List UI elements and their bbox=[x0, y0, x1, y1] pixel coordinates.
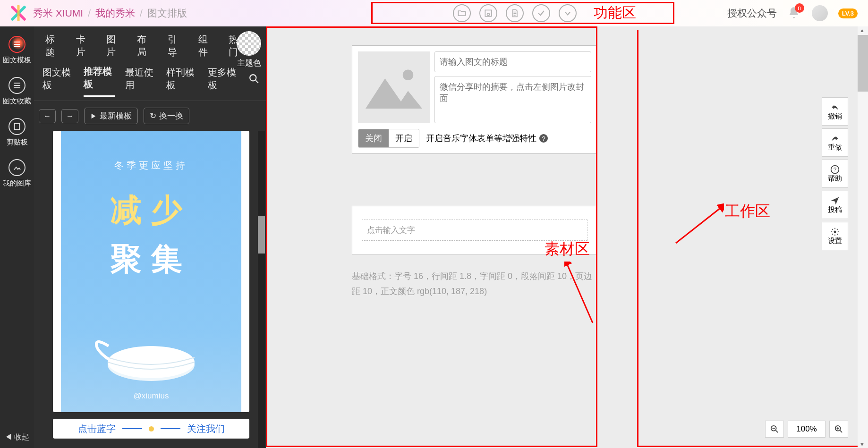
shuffle-button[interactable]: ↻换一换 bbox=[144, 108, 189, 124]
title-input[interactable] bbox=[434, 51, 591, 72]
theme-swatch-icon bbox=[237, 31, 261, 56]
tab-title[interactable]: 标题 bbox=[45, 33, 59, 59]
rail-item-templates[interactable]: 图文模板 bbox=[3, 36, 31, 65]
rail-item-clipboard[interactable]: 剪贴板 bbox=[7, 118, 28, 147]
panel-scrollbar[interactable] bbox=[258, 131, 265, 448]
dot-icon bbox=[149, 426, 154, 431]
svg-point-3 bbox=[250, 75, 256, 81]
tab-image[interactable]: 图片 bbox=[106, 33, 120, 59]
article-header-card: 关闭 开启 开启音乐字体表单等增强特性 ? bbox=[352, 45, 597, 154]
divider-line-icon bbox=[161, 428, 180, 429]
rail-item-label: 剪贴板 bbox=[7, 138, 28, 147]
right-float-toolbar: 撤销 重做 ? 帮助 投稿 设置 bbox=[822, 97, 848, 250]
settings-button[interactable]: 设置 bbox=[822, 222, 848, 250]
cover-image-button[interactable] bbox=[358, 51, 430, 123]
annotation-material-label: 素材区 bbox=[545, 239, 590, 260]
rail-item-label: 我的图库 bbox=[3, 179, 31, 188]
app-logo-icon bbox=[10, 5, 26, 21]
tab-guide[interactable]: 引导 bbox=[168, 33, 181, 59]
auth-account-button[interactable]: 授权公众号 bbox=[727, 7, 777, 20]
template-card[interactable]: 冬季更应坚持 减少 聚集 @xiumius bbox=[53, 131, 249, 412]
svg-rect-2 bbox=[15, 124, 20, 129]
base-format-label: 基础格式：字号 16，行间距 1.8，字间距 0，段落间距 10，页边距 10，… bbox=[352, 269, 597, 299]
divider-line-icon bbox=[122, 428, 142, 429]
zoom-controls: 100% bbox=[765, 421, 848, 438]
annotation-workarea-label: 工作区 bbox=[725, 201, 770, 222]
category-tabs: 标题 卡片 图片 布局 引导 组件 热门 bbox=[34, 26, 266, 59]
poster-line2: 聚集 bbox=[111, 238, 192, 280]
notification-bell[interactable]: n bbox=[787, 6, 801, 20]
svg-point-7 bbox=[403, 70, 414, 81]
main-area: 图文模板 图文收藏 剪贴板 我的图库 ◀ 收起 标题 卡片 bbox=[0, 26, 868, 448]
redo-button[interactable]: 重做 bbox=[822, 128, 848, 157]
subtab-more[interactable]: 更多模板 bbox=[208, 66, 238, 96]
template-card-follow[interactable]: 点击蓝字 关注我们 bbox=[53, 419, 249, 439]
enhance-toggle: 关闭 开启 bbox=[358, 129, 419, 148]
left-rail: 图文模板 图文收藏 剪贴板 我的图库 ◀ 收起 bbox=[0, 26, 34, 448]
header-right: 授权公众号 n LV.3 bbox=[727, 5, 858, 21]
svg-point-1 bbox=[487, 13, 490, 16]
submit-button[interactable]: 投稿 bbox=[822, 191, 848, 219]
breadcrumb-current: 图文排版 bbox=[147, 7, 187, 20]
collapse-rail-button[interactable]: ◀ 收起 bbox=[5, 432, 29, 442]
tpl2-right-text: 关注我们 bbox=[187, 423, 225, 435]
clipboard-icon bbox=[9, 118, 26, 135]
help-button[interactable]: ? 帮助 bbox=[822, 160, 848, 188]
tab-component[interactable]: 组件 bbox=[198, 33, 212, 59]
tab-card[interactable]: 卡片 bbox=[76, 33, 90, 59]
rail-item-label: 图文收藏 bbox=[3, 97, 31, 106]
rail-item-favorites[interactable]: 图文收藏 bbox=[3, 77, 31, 106]
subtab-all[interactable]: 图文模板 bbox=[43, 66, 73, 96]
notification-badge: n bbox=[795, 3, 804, 13]
annotation-arrow-workarea bbox=[672, 203, 724, 246]
canvas-scrollbar[interactable] bbox=[858, 26, 868, 448]
zoom-value[interactable]: 100% bbox=[788, 421, 825, 438]
scrollbar-thumb[interactable] bbox=[858, 35, 868, 92]
undo-button[interactable]: 撤销 bbox=[822, 97, 848, 126]
subtab-sample[interactable]: 样刊模板 bbox=[166, 66, 197, 96]
breadcrumb-home[interactable]: 我的秀米 bbox=[95, 7, 135, 20]
subtab-recent[interactable]: 最近使用 bbox=[125, 66, 156, 96]
help-hint-icon[interactable]: ? bbox=[539, 134, 548, 143]
tpl2-left-text: 点击蓝字 bbox=[78, 423, 116, 435]
user-level-badge: LV.3 bbox=[838, 8, 858, 18]
search-icon[interactable] bbox=[249, 74, 259, 89]
zoom-out-button[interactable] bbox=[765, 421, 784, 438]
rail-item-gallery[interactable]: 我的图库 bbox=[3, 159, 31, 188]
canvas-workarea: 关闭 开启 开启音乐字体表单等增强特性 ? 工作区 点击输入文字 基础格式：字号… bbox=[266, 26, 868, 448]
folder-icon[interactable] bbox=[453, 4, 471, 22]
toggle-off-button[interactable]: 关闭 bbox=[358, 129, 389, 147]
user-avatar[interactable] bbox=[812, 5, 828, 21]
zoom-in-button[interactable] bbox=[829, 421, 848, 438]
poster-handle: @xiumius bbox=[134, 391, 169, 401]
svg-point-5 bbox=[108, 346, 195, 378]
check-icon[interactable] bbox=[532, 4, 550, 22]
document-icon[interactable] bbox=[506, 4, 524, 22]
template-list: 冬季更应坚持 减少 聚集 @xiumius 点击蓝字 bbox=[34, 131, 266, 448]
summary-textarea[interactable] bbox=[434, 76, 591, 123]
content-placeholder[interactable]: 点击输入文字 bbox=[362, 220, 587, 241]
poster-preview: 冬季更应坚持 减少 聚集 @xiumius bbox=[61, 131, 241, 412]
template-subtabs: 图文模板 推荐模板 最近使用 样刊模板 更多模板 bbox=[34, 59, 266, 97]
breadcrumb-brand[interactable]: 秀米 XIUMI bbox=[33, 7, 83, 20]
theme-label: 主题色 bbox=[237, 58, 261, 68]
toggle-on-button[interactable]: 开启 bbox=[389, 129, 419, 147]
subtab-recommend[interactable]: 推荐模板 bbox=[84, 65, 114, 97]
function-area-label: 功能区 bbox=[594, 3, 636, 23]
tab-layout[interactable]: 布局 bbox=[137, 33, 151, 59]
breadcrumb-sep2: / bbox=[140, 8, 143, 19]
sidebar-panel: 标题 卡片 图片 布局 引导 组件 热门 主题色 图文模板 推荐模板 最近使用 … bbox=[34, 26, 266, 448]
nav-forward-button[interactable]: → bbox=[61, 109, 78, 123]
save-disk-icon[interactable] bbox=[479, 4, 497, 22]
function-area-toolbar: 功能区 bbox=[371, 2, 674, 24]
chevron-down-icon[interactable] bbox=[559, 4, 577, 22]
theme-color-picker[interactable]: 主题色 bbox=[237, 31, 261, 68]
nav-back-button[interactable]: ← bbox=[39, 109, 56, 123]
scrollbar-thumb[interactable] bbox=[258, 216, 265, 254]
mask-illustration-icon bbox=[94, 327, 208, 384]
latest-template-button[interactable]: 最新模板 bbox=[84, 108, 138, 124]
gallery-icon bbox=[9, 159, 26, 176]
svg-marker-6 bbox=[366, 78, 422, 109]
enhance-description: 开启音乐字体表单等增强特性 ? bbox=[426, 133, 548, 144]
svg-point-10 bbox=[834, 230, 836, 233]
